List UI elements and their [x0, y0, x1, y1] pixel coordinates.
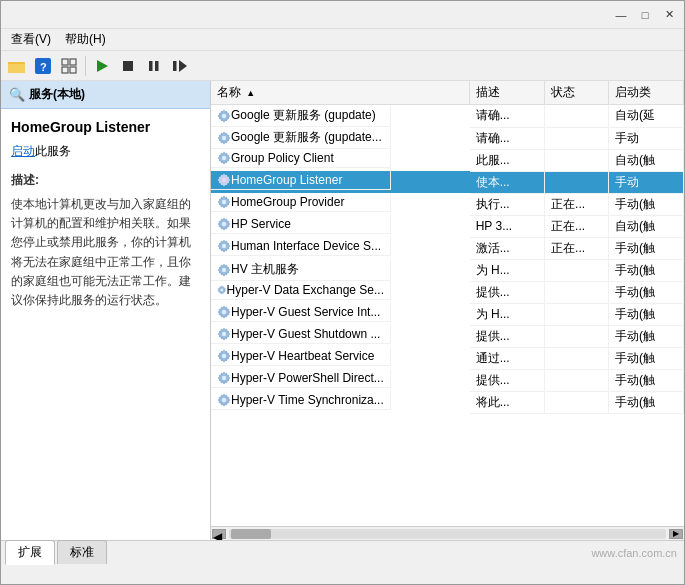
cell-name: Hyper-V Guest Shutdown ... [211, 325, 391, 344]
cell-status [545, 391, 609, 413]
services-table[interactable]: 名称 ▲ 描述 状态 启动类 Google 更新服务 (gupdate)请确..… [211, 81, 684, 526]
svg-rect-7 [62, 67, 68, 73]
table-row[interactable]: HomeGroup Listener使本...手动 [211, 171, 684, 193]
cell-status [545, 281, 609, 303]
cell-desc: 激活... [470, 237, 545, 259]
col-status[interactable]: 状态 [545, 81, 609, 105]
svg-point-30 [222, 267, 226, 271]
cell-desc: 使本... [470, 171, 545, 193]
toolbar-stop-button[interactable] [116, 54, 140, 78]
right-panel: 名称 ▲ 描述 状态 启动类 Google 更新服务 (gupdate)请确..… [211, 81, 684, 540]
cell-name: Human Interface Device S... [211, 237, 391, 256]
table-row[interactable]: Hyper-V Data Exchange Se...提供...手动(触 [211, 281, 684, 303]
cell-name: Hyper-V Data Exchange Se... [211, 281, 391, 300]
tab-expand[interactable]: 扩展 [5, 540, 55, 565]
cell-desc: 请确... [470, 127, 545, 149]
toolbar-help-button[interactable]: ? [31, 54, 55, 78]
cell-name: HomeGroup Provider [211, 193, 391, 212]
svg-point-28 [222, 244, 226, 248]
panel-header: 🔍 服务(本地) [1, 81, 210, 109]
table-row[interactable]: Hyper-V PowerShell Direct...提供...手动(触 [211, 369, 684, 391]
cell-startup: 自动(延 [609, 105, 684, 128]
cell-status: 正在... [545, 237, 609, 259]
cell-startup: 手动(触 [609, 193, 684, 215]
cell-startup: 自动(触 [609, 215, 684, 237]
toolbar-play-button[interactable] [90, 54, 114, 78]
svg-rect-8 [70, 67, 76, 73]
cell-startup: 手动(触 [609, 259, 684, 281]
tab-standard[interactable]: 标准 [57, 540, 107, 564]
cell-desc: 此服... [470, 149, 545, 171]
table-row[interactable]: HV 主机服务为 H...手动(触 [211, 259, 684, 281]
horizontal-scrollbar[interactable]: ◀ ▶ [211, 526, 684, 540]
menu-help[interactable]: 帮助(H) [59, 29, 112, 50]
pause-icon [147, 59, 161, 73]
toolbar-pause-button[interactable] [142, 54, 166, 78]
table-header-row: 名称 ▲ 描述 状态 启动类 [211, 81, 684, 105]
table-row[interactable]: HomeGroup Provider执行...正在...手动(触 [211, 193, 684, 215]
cell-name: Group Policy Client [211, 149, 391, 168]
main-content: 🔍 服务(本地) HomeGroup Listener 启动此服务 描述: 使本… [1, 81, 684, 540]
left-panel: 🔍 服务(本地) HomeGroup Listener 启动此服务 描述: 使本… [1, 81, 211, 540]
services-list: 名称 ▲ 描述 状态 启动类 Google 更新服务 (gupdate)请确..… [211, 81, 684, 414]
toolbar-restart-button[interactable] [168, 54, 192, 78]
cell-status [545, 369, 609, 391]
table-row[interactable]: Google 更新服务 (gupdate)请确...自动(延 [211, 105, 684, 128]
cell-desc: 提供... [470, 369, 545, 391]
table-row[interactable]: Hyper-V Time Synchroniza...将此...手动(触 [211, 391, 684, 413]
minimize-button[interactable]: — [610, 6, 632, 24]
table-row[interactable]: Human Interface Device S...激活...正在...手动(… [211, 237, 684, 259]
sort-arrow: ▲ [246, 88, 255, 98]
table-row[interactable]: Hyper-V Guest Shutdown ...提供...手动(触 [211, 325, 684, 347]
table-row[interactable]: Group Policy Client此服...自动(触 [211, 149, 684, 171]
col-startup[interactable]: 启动类 [609, 81, 684, 105]
cell-status [545, 347, 609, 369]
svg-point-22 [222, 178, 226, 182]
restart-icon [172, 59, 188, 73]
cell-name: Google 更新服务 (gupdate... [211, 127, 391, 149]
service-desc-title: 描述: [11, 172, 200, 189]
cell-startup: 手动(触 [609, 303, 684, 325]
scroll-left-btn[interactable]: ◀ [212, 529, 226, 539]
col-desc[interactable]: 描述 [470, 81, 545, 105]
stop-icon [121, 59, 135, 73]
close-button[interactable]: ✕ [658, 6, 680, 24]
table-row[interactable]: Hyper-V Guest Service Int...为 H...手动(触 [211, 303, 684, 325]
cell-status [545, 303, 609, 325]
menu-view[interactable]: 查看(V) [5, 29, 57, 50]
scroll-track[interactable] [229, 529, 666, 539]
toolbar-grid-button[interactable] [57, 54, 81, 78]
cell-desc: HP 3... [470, 215, 545, 237]
cell-status [545, 325, 609, 347]
cell-desc: 提供... [470, 325, 545, 347]
toolbar-open-button[interactable] [5, 54, 29, 78]
table-row[interactable]: Hyper-V Heartbeat Service通过...手动(触 [211, 347, 684, 369]
table-row[interactable]: Google 更新服务 (gupdate...请确...手动 [211, 127, 684, 149]
svg-rect-2 [8, 64, 25, 73]
grid-icon [61, 58, 77, 74]
scroll-thumb[interactable] [231, 529, 271, 539]
service-link-suffix: 此服务 [35, 144, 71, 158]
folder-icon [8, 58, 26, 74]
cell-status [545, 105, 609, 128]
svg-point-32 [220, 289, 223, 292]
col-name[interactable]: 名称 ▲ [211, 81, 470, 105]
table-row[interactable]: HP ServiceHP 3...正在...自动(触 [211, 215, 684, 237]
cell-status [545, 149, 609, 171]
svg-point-36 [222, 332, 226, 336]
svg-rect-12 [155, 61, 159, 71]
cell-desc: 提供... [470, 281, 545, 303]
cell-startup: 手动(触 [609, 369, 684, 391]
cell-startup: 手动 [609, 171, 684, 193]
maximize-button[interactable]: □ [634, 6, 656, 24]
svg-rect-10 [123, 61, 133, 71]
svg-point-42 [222, 398, 226, 402]
scroll-right-btn[interactable]: ▶ [669, 529, 683, 539]
service-start-link[interactable]: 启动 [11, 144, 35, 158]
cell-startup: 手动 [609, 127, 684, 149]
cell-status [545, 171, 609, 193]
cell-startup: 手动(触 [609, 325, 684, 347]
svg-marker-14 [179, 60, 187, 72]
cell-name: Hyper-V PowerShell Direct... [211, 369, 391, 388]
cell-desc: 将此... [470, 391, 545, 413]
